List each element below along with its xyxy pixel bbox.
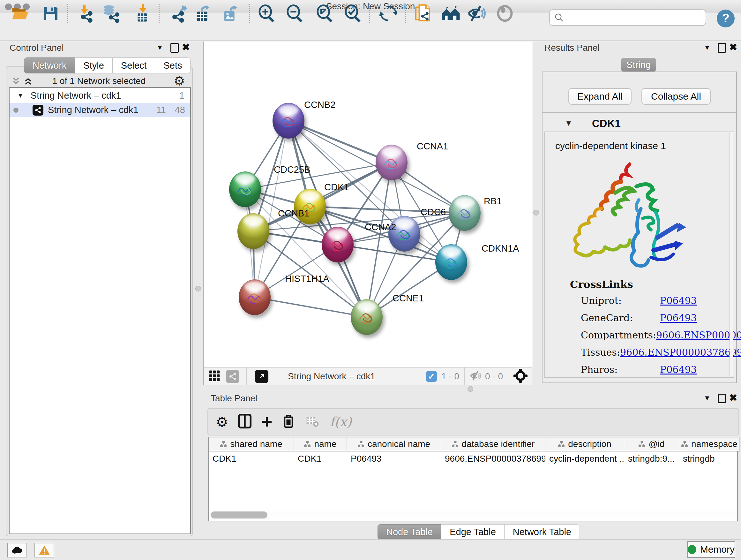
grid-view-icon[interactable] [209, 370, 220, 383]
control-panel-float-icon[interactable] [171, 43, 179, 53]
left-splitter-handle[interactable] [195, 286, 201, 292]
network-collection-row[interactable]: ▼ String Network – cdk1 1 [10, 88, 190, 103]
network-node-ccna2[interactable] [322, 227, 354, 262]
cdk1-expand-icon[interactable]: ▼ [565, 119, 572, 128]
table-cell[interactable]: CDK1 [294, 452, 347, 465]
results-scrollbar[interactable] [730, 132, 733, 376]
zoom-out-icon[interactable] [284, 3, 305, 23]
network-node-cdc25b[interactable] [229, 172, 261, 207]
node-table[interactable]: shared namenamecanonical namedatabase id… [208, 437, 738, 521]
network-node-ccna1[interactable] [376, 145, 408, 180]
export-network-icon[interactable] [169, 3, 189, 23]
crosslink-label: Compartments: [581, 329, 656, 341]
network-row-selected[interactable]: String Network – cdk1 11 48 [10, 103, 190, 117]
export-image-icon[interactable] [220, 3, 241, 23]
import-network-database-icon[interactable] [101, 3, 121, 23]
table-hscrollbar-thumb[interactable] [211, 511, 267, 518]
collapse-all-button[interactable]: Collapse All [642, 88, 711, 105]
table-panel-close-icon[interactable]: ✖ [729, 394, 737, 401]
export-table-icon[interactable] [192, 3, 213, 23]
tab-network[interactable]: Network [24, 57, 75, 73]
crosslink-link[interactable]: P06493 [660, 364, 697, 375]
add-column-icon[interactable]: + [261, 415, 272, 428]
right-splitter-handle[interactable] [533, 210, 539, 215]
column-header-database-identifier[interactable]: database identifier [441, 437, 545, 451]
column-header-description[interactable]: description [545, 437, 624, 451]
crosslink-link[interactable]: P06493 [660, 295, 697, 306]
crosslink-link[interactable]: 9606.ENSP00000378699 [656, 329, 741, 341]
column-header-shared-name[interactable]: shared name [209, 437, 294, 451]
tab-edge-table[interactable]: Edge Table [441, 524, 504, 540]
collection-expand-icon[interactable]: ▼ [17, 92, 23, 99]
help-button[interactable]: ? [717, 10, 735, 27]
expand-all-networks-icon[interactable] [23, 77, 32, 87]
selected-checkbox[interactable]: ✓ [426, 371, 437, 382]
column-header-namespace[interactable]: namespace [679, 437, 740, 451]
warning-button[interactable] [35, 543, 54, 557]
tab-node-table[interactable]: Node Table [378, 524, 441, 540]
control-panel-menu-icon[interactable]: ▼ [156, 44, 163, 52]
network-options-gear-icon[interactable]: ⚙ [174, 73, 185, 88]
table-cell[interactable]: stringdb:9... [624, 452, 679, 465]
bottom-splitter-handle[interactable] [468, 386, 473, 392]
collapse-all-networks-icon[interactable] [11, 77, 20, 87]
network-node-hist1h1a[interactable] [239, 279, 271, 315]
tab-network-table[interactable]: Network Table [504, 524, 580, 540]
tab-string[interactable]: String [621, 58, 656, 72]
network-view-canvas[interactable]: CCNB2CCNA1CDC25BCDK1CDC6RB1CCNB1CCNA2CDK… [203, 42, 533, 367]
table-hscrollbar[interactable] [209, 511, 736, 519]
table-cell[interactable]: cyclin-dependent ... [545, 452, 624, 465]
delete-column-icon[interactable] [282, 414, 295, 430]
delete-table-icon[interactable] [306, 415, 319, 429]
control-panel-close-icon[interactable]: ✖ [182, 44, 190, 51]
import-table-icon[interactable] [132, 3, 152, 23]
crosslink-link[interactable]: P06493 [660, 312, 697, 323]
node-structure-squiggle [278, 111, 299, 132]
network-node-cdk1[interactable] [294, 189, 326, 225]
network-view-toolbar: String Network – cdk1 ✓ 1 - 0 0 - 0 [203, 367, 532, 385]
table-cell[interactable]: 9606.ENSP00000378699 [441, 452, 545, 465]
home-string-icon[interactable] [441, 3, 461, 23]
table-cell[interactable]: CDK1 [209, 452, 294, 465]
memory-button[interactable]: Memory [687, 541, 735, 558]
first-neighbors-icon[interactable] [413, 3, 433, 23]
table-panel-menu-icon[interactable]: ▼ [704, 394, 711, 402]
open-in-window-icon[interactable] [255, 370, 268, 383]
tab-select[interactable]: Select [113, 57, 155, 73]
crosslink-link[interactable]: 9606.ENSP00000378699 [620, 347, 741, 358]
network-view-icon[interactable] [226, 370, 239, 383]
import-network-file-icon[interactable] [75, 3, 96, 23]
results-panel-menu-icon[interactable]: ▼ [704, 44, 711, 52]
network-node-ccnb2[interactable] [273, 103, 305, 138]
crosshair-icon[interactable] [514, 369, 528, 384]
tab-sets[interactable]: Sets [155, 57, 191, 73]
show-columns-icon[interactable] [238, 414, 252, 430]
zoom-in-icon[interactable] [256, 3, 277, 23]
save-session-icon[interactable] [41, 3, 61, 23]
tab-style[interactable]: Style [75, 57, 112, 73]
results-panel-float-icon[interactable] [718, 43, 726, 53]
column-header--id[interactable]: @id [624, 437, 679, 451]
table-settings-gear-icon[interactable]: ⚙ [216, 414, 228, 430]
expand-all-button[interactable]: Expand All [568, 88, 631, 105]
zoom-fit-icon[interactable] [314, 3, 335, 23]
cloud-button[interactable] [7, 543, 27, 557]
search-input[interactable] [549, 9, 706, 26]
table-panel-float-icon[interactable] [718, 394, 726, 403]
table-cell[interactable]: stringdb [679, 452, 740, 465]
network-node-cdc6[interactable] [388, 216, 420, 252]
network-node-rb1[interactable] [449, 195, 481, 231]
function-builder-icon[interactable]: f(x) [330, 415, 352, 429]
show-all-eye-icon[interactable] [495, 3, 515, 23]
network-node-cdkn1a[interactable] [435, 244, 467, 280]
hide-selected-eye-icon[interactable] [466, 3, 487, 23]
column-header-name[interactable]: name [294, 437, 347, 451]
network-node-ccne1[interactable] [351, 299, 383, 335]
open-session-icon[interactable] [10, 3, 30, 23]
column-header-canonical-name[interactable]: canonical name [347, 437, 441, 451]
network-node-ccnb1[interactable] [238, 213, 269, 249]
table-cell[interactable]: P06493 [347, 452, 441, 465]
apply-layout-icon[interactable] [378, 3, 399, 23]
zoom-selected-icon[interactable] [342, 3, 363, 23]
results-panel-close-icon[interactable]: ✖ [729, 44, 737, 51]
